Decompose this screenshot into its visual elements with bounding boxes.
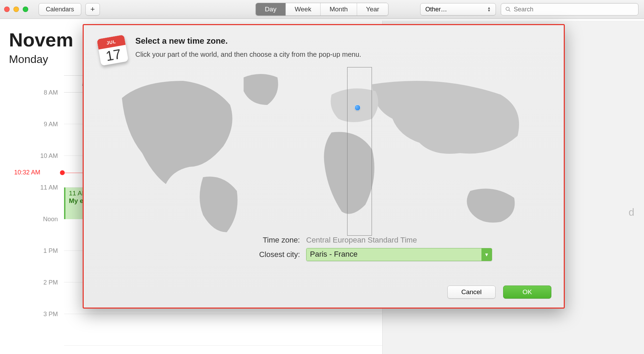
timezone-strip: [347, 67, 372, 236]
tab-week[interactable]: Week: [286, 3, 321, 15]
hour-label: 2 PM: [43, 279, 58, 286]
tab-month[interactable]: Month: [321, 3, 357, 15]
time-labels-col: [9, 75, 64, 346]
hour-label: 8 AM: [44, 89, 58, 96]
calendar-app-icon: JUL 17: [96, 34, 127, 65]
world-map-shape-icon: [102, 67, 551, 236]
current-time-dot-icon: [60, 170, 65, 175]
search-input[interactable]: [514, 6, 634, 13]
hour-label: 9 AM: [44, 121, 58, 128]
search-field[interactable]: [501, 3, 638, 15]
other-calendars-label: Other…: [425, 6, 447, 13]
close-window-button[interactable]: [4, 7, 10, 12]
toolbar: Calendars + Day Week Month Year Other… ▲…: [0, 0, 644, 19]
add-event-button[interactable]: +: [85, 3, 100, 15]
modal-buttons: Cancel OK: [447, 286, 551, 299]
world-map[interactable]: [102, 67, 551, 236]
timezone-label: Time zone:: [155, 236, 300, 245]
search-icon: [505, 6, 511, 12]
other-calendars-dropdown[interactable]: Other… ▲▼: [420, 3, 496, 15]
inspector-placeholder: d: [629, 206, 634, 218]
svg-line-1: [509, 10, 510, 11]
location-pin-icon: [355, 105, 360, 110]
hour-label: 3 PM: [43, 311, 58, 318]
closest-city-value: Paris - France: [307, 248, 481, 261]
timezone-modal: JUL 17 Select a new time zone. Click you…: [83, 24, 565, 309]
timezone-form: Time zone: Central European Standard Tim…: [96, 236, 551, 261]
ok-button[interactable]: OK: [503, 286, 551, 299]
current-time-label: 10:32 AM: [14, 169, 40, 176]
modal-title: Select a new time zone.: [135, 36, 361, 46]
minimize-window-button[interactable]: [13, 7, 19, 12]
calendars-button[interactable]: Calendars: [39, 3, 81, 15]
closest-city-combobox[interactable]: Paris - France ▼: [306, 248, 492, 261]
hour-label: 1 PM: [43, 247, 58, 255]
timezone-value: Central European Standard Time: [306, 236, 492, 245]
modal-subtitle: Click your part of the world, and then c…: [135, 51, 361, 58]
view-switcher: Day Week Month Year: [256, 3, 388, 16]
tab-day[interactable]: Day: [256, 3, 286, 15]
chevron-updown-icon: ▲▼: [487, 7, 491, 12]
closest-city-label: Closest city:: [155, 250, 300, 259]
hour-label: 10 AM: [40, 152, 58, 160]
svg-point-0: [506, 7, 509, 11]
hour-label: Noon: [43, 216, 58, 223]
chevron-down-icon: ▼: [481, 248, 492, 261]
fullscreen-window-button[interactable]: [23, 7, 28, 12]
tab-year[interactable]: Year: [357, 3, 388, 15]
cancel-button[interactable]: Cancel: [447, 286, 496, 299]
hour-label: 11 AM: [40, 184, 58, 191]
window-controls: [4, 7, 28, 12]
